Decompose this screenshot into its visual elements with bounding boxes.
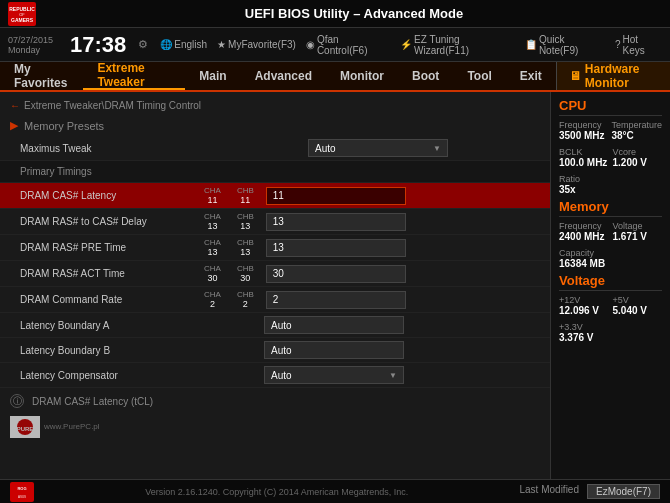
cpu-bclk-cell: BCLK 100.0 MHz (559, 147, 609, 168)
qfan-link[interactable]: ◉ Qfan Control(F6) (306, 34, 390, 56)
cpu-ratio-section: Ratio 35x (559, 174, 662, 195)
bottom-rog-icon: ROG ASUS (10, 482, 34, 502)
mem-freq-cell: Frequency 2400 MHz (559, 221, 609, 242)
latency-b-row[interactable]: Latency Boundary B Auto (0, 338, 550, 363)
cpu-bclk-value: 100.0 MHz (559, 157, 609, 168)
svg-text:ROG: ROG (17, 486, 26, 491)
ez-tuning-link[interactable]: ⚡ EZ Tuning Wizard(F11) (400, 34, 515, 56)
v12-v5-grid: +12V 12.096 V +5V 5.040 V (559, 295, 662, 316)
nav-extreme-tweaker[interactable]: Extreme Tweaker (83, 62, 185, 90)
dram-ras-act-chb: CHB 30 (237, 264, 254, 283)
cpu-ratio-value: 35x (559, 184, 662, 195)
rog-logo: REPUBLIC OF GAMERS (8, 2, 36, 26)
last-modified-label: Last Modified (520, 484, 579, 499)
nav-advanced[interactable]: Advanced (241, 62, 326, 90)
latency-a-container: Auto (200, 316, 540, 334)
cpu-section-title: CPU (559, 98, 662, 116)
dram-ras-act-value[interactable]: 30 (266, 265, 406, 283)
svg-rect-6 (10, 482, 34, 502)
hardware-monitor-tab[interactable]: 🖥 Hardware Monitor (556, 62, 670, 90)
info-icon[interactable]: ⓘ (10, 394, 24, 408)
svg-text:ASUS: ASUS (18, 495, 26, 499)
v12-cell: +12V 12.096 V (559, 295, 609, 316)
left-panel: ← Extreme Tweaker\DRAM Timing Control ▶ … (0, 92, 550, 479)
dram-cas-icl-label: DRAM CAS# Latency (tCL) (32, 396, 153, 407)
pure-logo-box: PURE (10, 416, 40, 438)
maximus-tweak-value-container: Auto ▼ (200, 139, 540, 157)
nav-tool[interactable]: Tool (453, 62, 505, 90)
memory-presets-header[interactable]: ▶ Memory Presets (0, 115, 550, 136)
latency-b-value[interactable]: Auto (264, 341, 404, 359)
cpu-freq-label-cell: Frequency 3500 MHz (559, 120, 607, 141)
latency-comp-container: Auto ▼ (200, 366, 540, 384)
dram-cas-value-container: CHA 11 CHB 11 11 (200, 186, 540, 205)
monitor-icon: 🖥 (569, 69, 581, 83)
dram-cas-chb: CHB 11 (237, 186, 254, 205)
dram-ras-pre-cha: CHA 13 (204, 238, 221, 257)
maximus-tweak-row[interactable]: Maximus Tweak Auto ▼ (0, 136, 550, 161)
latency-b-label: Latency Boundary B (20, 345, 200, 356)
dram-ras-act-label: DRAM RAS# ACT Time (20, 268, 200, 279)
language-link[interactable]: 🌐 English (160, 39, 207, 50)
quick-note-link[interactable]: 📋 Quick Note(F9) (525, 34, 605, 56)
latency-a-label: Latency Boundary A (20, 320, 200, 331)
breadcrumb: ← Extreme Tweaker\DRAM Timing Control (0, 96, 550, 115)
nav-main[interactable]: Main (185, 62, 240, 90)
myfavorite-link[interactable]: ★ MyFavorite(F3) (217, 39, 296, 50)
lightning-icon: ⚡ (400, 39, 412, 50)
mem-freq-value: 2400 MHz (559, 231, 609, 242)
date-section: 07/27/2015 Monday (8, 35, 58, 55)
latency-comp-dropdown-arrow-icon: ▼ (389, 371, 397, 380)
latency-a-value[interactable]: Auto (264, 316, 404, 334)
ezmode-button[interactable]: EzMode(F7) (587, 484, 660, 499)
bios-title: UEFI BIOS Utility – Advanced Mode (46, 6, 662, 21)
dram-ras-to-cas-row[interactable]: DRAM RAS# to CAS# Delay CHA 13 CHB 13 13 (0, 209, 550, 235)
dram-cmd-rate-value[interactable]: 2 (266, 291, 406, 309)
mem-freq-voltage-grid: Frequency 2400 MHz Voltage 1.671 V (559, 221, 662, 242)
primary-timings-label: Primary Timings (20, 166, 200, 177)
svg-text:GAMERS: GAMERS (11, 17, 34, 23)
bottom-right-buttons: Last Modified EzMode(F7) (520, 484, 661, 499)
dram-ras-pre-row[interactable]: DRAM RAS# PRE Time CHA 13 CHB 13 13 (0, 235, 550, 261)
hotkeys-link[interactable]: ? Hot Keys (615, 34, 662, 56)
v33-label: +3.3V (559, 322, 662, 332)
nav-boot[interactable]: Boot (398, 62, 453, 90)
voltage-section-title: Voltage (559, 273, 662, 291)
latency-comp-dropdown[interactable]: Auto ▼ (264, 366, 404, 384)
latency-comp-label: Latency Compensator (20, 370, 200, 381)
cpu-bclk-label: BCLK (559, 147, 609, 157)
note-icon: 📋 (525, 39, 537, 50)
dram-cmd-rate-row[interactable]: DRAM Command Rate CHA 2 CHB 2 2 (0, 287, 550, 313)
maximus-tweak-dropdown[interactable]: Auto ▼ (308, 139, 448, 157)
nav-my-favorites[interactable]: My Favorites (0, 62, 83, 90)
dram-ras-act-row[interactable]: DRAM RAS# ACT Time CHA 30 CHB 30 30 (0, 261, 550, 287)
mem-voltage-cell: Voltage 1.671 V (613, 221, 663, 242)
mem-voltage-value: 1.671 V (613, 231, 663, 242)
v5-label: +5V (613, 295, 663, 305)
datetime-links: 🌐 English ★ MyFavorite(F3) ◉ Qfan Contro… (160, 34, 662, 56)
time-display: 17:38 (70, 34, 126, 56)
cpu-bclk-vcore-grid: BCLK 100.0 MHz Vcore 1.200 V (559, 147, 662, 168)
gear-icon[interactable]: ⚙ (138, 38, 148, 51)
dram-ras-to-cas-chb: CHB 13 (237, 212, 254, 231)
pure-pc-logo: PURE www.PurePC.pl (10, 416, 100, 438)
fan-icon: ◉ (306, 39, 315, 50)
dram-ras-to-cas-value[interactable]: 13 (266, 213, 406, 231)
pure-pc-text: www.PurePC.pl (44, 422, 100, 432)
nav-monitor[interactable]: Monitor (326, 62, 398, 90)
v12-value: 12.096 V (559, 305, 609, 316)
dram-ras-pre-value[interactable]: 13 (266, 239, 406, 257)
bottom-logo-area: ROG ASUS (10, 482, 34, 502)
hardware-monitor-panel: CPU Frequency 3500 MHz Temperature 38°C … (550, 92, 670, 479)
latency-a-row[interactable]: Latency Boundary A Auto (0, 313, 550, 338)
nav-exit[interactable]: Exit (506, 62, 556, 90)
back-arrow-icon[interactable]: ← (10, 100, 20, 111)
globe-icon: 🌐 (160, 39, 172, 50)
dram-cas-value[interactable]: 11 (266, 187, 406, 205)
dram-cmd-rate-container: CHA 2 CHB 2 2 (200, 290, 540, 309)
latency-comp-row[interactable]: Latency Compensator Auto ▼ (0, 363, 550, 388)
mem-capacity-value: 16384 MB (559, 258, 662, 269)
day-display: Monday (8, 45, 58, 55)
cpu-freq-label: Frequency (559, 120, 607, 130)
dram-cas-row[interactable]: DRAM CAS# Latency CHA 11 CHB 11 11 (0, 183, 550, 209)
